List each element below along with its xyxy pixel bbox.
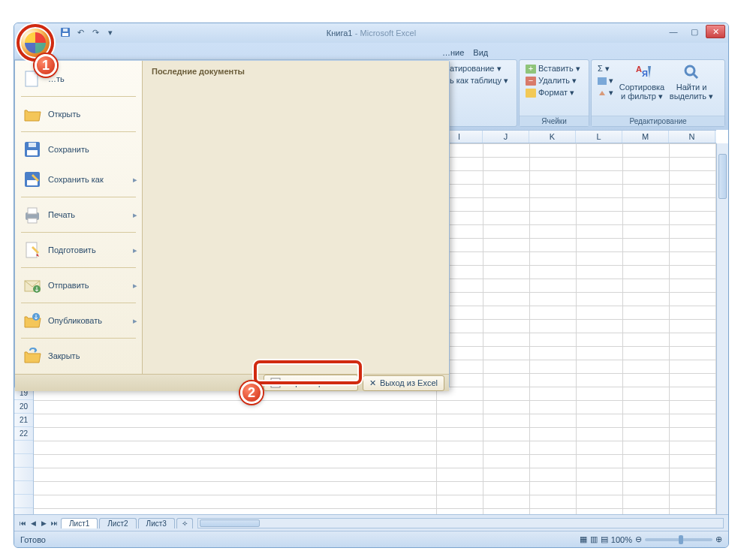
minimize-button[interactable]: —	[664, 25, 683, 38]
titlebar: ↶ ↷ ▾ Книга1 - Microsoft Excel — ▢ ✕	[14, 23, 728, 43]
doc-name: Книга1	[327, 29, 353, 38]
insert-cells-button[interactable]: +Вставить ▾	[524, 63, 582, 74]
menu-save-as[interactable]: Сохранить как▸	[15, 164, 142, 194]
cells-group-label: Ячейки	[520, 116, 589, 126]
row-header[interactable]: 21	[14, 414, 33, 427]
editing-group: Σ ▾ ▾ ▾ АЯ Сортировка и фильтр ▾ Найти и…	[591, 59, 725, 127]
window-controls: — ▢ ✕	[664, 25, 725, 38]
column-header[interactable]: J	[483, 131, 529, 143]
annotation-callout-1: 1	[35, 54, 57, 77]
zoom-level[interactable]: 100%	[611, 535, 632, 544]
status-bar: Готово ▦ ▥ ▤ 100% ⊖ ⊕	[14, 531, 728, 547]
sheet-tab[interactable]: Лист3	[138, 518, 175, 528]
svg-rect-1	[62, 33, 68, 36]
delete-cells-button[interactable]: −Удалить ▾	[524, 75, 582, 86]
format-table-button[interactable]: …ь как таблицу ▾	[440, 75, 510, 86]
ribbon-tabs: …ние Вид	[442, 43, 728, 59]
svg-rect-16	[29, 143, 36, 147]
close-x-icon: ✕	[369, 378, 376, 388]
zoom-slider[interactable]	[645, 538, 712, 541]
scroll-thumb[interactable]	[718, 154, 727, 199]
menu-open[interactable]: Открыть	[15, 99, 142, 129]
format-cells-button[interactable]: Формат ▾	[524, 87, 582, 98]
menu-publish[interactable]: Опубликовать▸	[15, 306, 142, 336]
menu-prepare[interactable]: Подготовить▸	[15, 235, 142, 265]
find-select-button[interactable]: Найти и выделить ▾	[669, 63, 714, 101]
zoom-in-button[interactable]: ⊕	[715, 534, 722, 544]
column-header[interactable]: L	[576, 131, 622, 143]
qat-dropdown-icon[interactable]: ▾	[104, 26, 116, 38]
row-header[interactable]: 22	[14, 427, 33, 441]
exit-excel-button[interactable]: ✕Выход из Excel	[363, 375, 444, 391]
zoom-controls: ▦ ▥ ▤ 100% ⊖ ⊕	[580, 534, 722, 544]
status-ready: Готово	[20, 535, 46, 544]
ribbon-tab-view[interactable]: Вид	[473, 48, 488, 57]
svg-rect-21	[28, 218, 37, 223]
close-button[interactable]: ✕	[706, 25, 725, 38]
view-pagebreak-icon[interactable]: ▤	[601, 534, 608, 544]
clear-button[interactable]: ▾	[596, 87, 615, 98]
redo-icon[interactable]: ↷	[89, 26, 101, 38]
sheet-tab[interactable]: Лист1	[61, 518, 98, 528]
autosum-button[interactable]: Σ ▾	[596, 63, 615, 74]
window-title: Книга1 - Microsoft Excel	[327, 28, 416, 38]
maximize-button[interactable]: ▢	[685, 25, 704, 38]
sheet-nav-arrows[interactable]: ⏮◀▶⏭	[17, 519, 59, 527]
quick-access-toolbar: ↶ ↷ ▾	[59, 26, 116, 38]
undo-icon[interactable]: ↶	[74, 26, 86, 38]
submenu-arrow-icon: ▸	[133, 175, 137, 185]
row-header[interactable]	[14, 441, 33, 454]
zoom-out-button[interactable]: ⊖	[635, 534, 642, 544]
svg-line-12	[693, 74, 697, 78]
svg-rect-20	[28, 208, 37, 214]
submenu-arrow-icon: ▸	[133, 210, 137, 220]
view-layout-icon[interactable]: ▥	[590, 534, 598, 544]
cells-group: +Вставить ▾ −Удалить ▾ Формат ▾ Ячейки	[519, 59, 589, 127]
new-sheet-button[interactable]: ✧	[176, 518, 193, 528]
view-normal-icon[interactable]: ▦	[580, 534, 587, 544]
submenu-arrow-icon: ▸	[133, 245, 137, 255]
styles-more[interactable]: ▾	[440, 87, 510, 98]
recent-documents-title: Последние документы	[152, 67, 440, 76]
menu-save[interactable]: Сохранить	[15, 134, 142, 164]
column-header[interactable]: M	[622, 131, 669, 143]
ribbon-groups: …атирование ▾ …ь как таблицу ▾ ▾ +Встави…	[435, 59, 725, 127]
menu-send[interactable]: Отправить▸	[15, 270, 142, 300]
cond-format-button[interactable]: …атирование ▾	[440, 63, 510, 74]
menu-close[interactable]: Закрыть	[15, 341, 142, 371]
svg-text:А: А	[636, 65, 642, 74]
row-header[interactable]	[14, 468, 33, 481]
scroll-thumb[interactable]	[200, 519, 260, 527]
vertical-scrollbar[interactable]	[716, 143, 728, 514]
annotation-ring-2	[254, 360, 362, 384]
row-header[interactable]: 20	[14, 400, 33, 414]
svg-text:+: +	[529, 65, 533, 73]
app-name: Microsoft Excel	[360, 29, 417, 38]
row-header[interactable]	[14, 454, 33, 468]
office-menu-commands: …ть Открыть Сохранить Сохранить как▸ Печ…	[15, 61, 143, 374]
app-window: ↶ ↷ ▾ Книга1 - Microsoft Excel — ▢ ✕ …ни…	[14, 23, 729, 548]
row-header[interactable]	[14, 495, 33, 508]
fill-button[interactable]: ▾	[596, 75, 615, 86]
svg-rect-18	[27, 180, 38, 185]
row-header[interactable]	[14, 481, 33, 495]
menu-new[interactable]: …ть	[15, 64, 142, 94]
ribbon-tab[interactable]: …ние	[442, 48, 464, 57]
save-icon[interactable]	[59, 26, 71, 38]
column-header[interactable]: N	[669, 131, 715, 143]
svg-rect-15	[27, 150, 38, 155]
menu-print[interactable]: Печать▸	[15, 200, 142, 230]
sort-filter-button[interactable]: АЯ Сортировка и фильтр ▾	[619, 63, 664, 101]
office-menu-footer: Параметры Excel ✕Выход из Excel	[15, 374, 449, 391]
svg-rect-8	[598, 77, 607, 85]
sheet-tab[interactable]: Лист2	[99, 518, 136, 528]
horizontal-scrollbar[interactable]	[197, 518, 724, 528]
column-header[interactable]: K	[529, 131, 576, 143]
svg-rect-7	[526, 89, 536, 98]
submenu-arrow-icon: ▸	[133, 281, 137, 291]
recent-documents-panel: Последние документы	[143, 61, 449, 374]
sheet-tab-bar: ⏮◀▶⏭ Лист1 Лист2 Лист3 ✧	[14, 514, 728, 531]
svg-text:Я: Я	[642, 69, 648, 78]
svg-rect-2	[63, 29, 68, 32]
annotation-callout-2: 2	[240, 381, 263, 404]
